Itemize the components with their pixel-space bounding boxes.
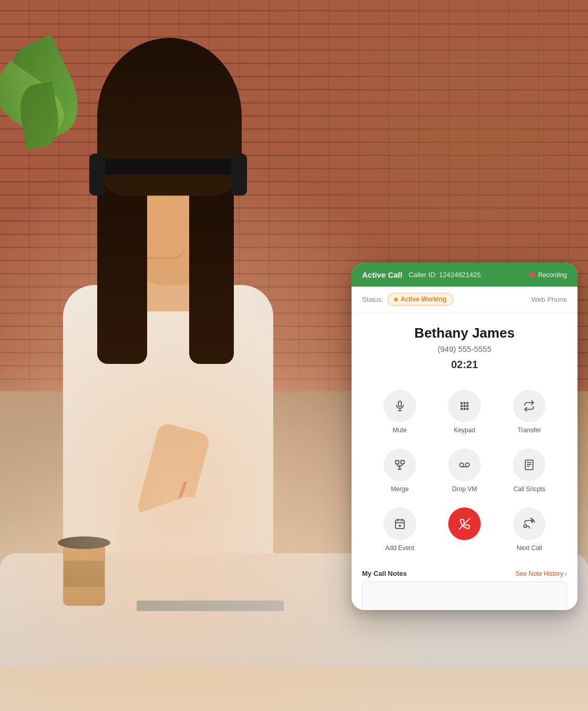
mute-icon-circle: [384, 390, 416, 422]
next-call-icon-circle: [513, 507, 545, 540]
caller-phone: (949) 555-5555: [362, 344, 567, 353]
mute-label: Mute: [393, 426, 407, 434]
call-notes-textarea[interactable]: [362, 582, 567, 610]
phone-down-icon: [459, 518, 470, 530]
recording-label: Recording: [538, 271, 567, 279]
call-scripts-button[interactable]: Call Sricpts: [497, 441, 562, 500]
svg-point-9: [461, 408, 462, 410]
svg-point-17: [466, 463, 469, 466]
svg-rect-0: [398, 401, 401, 407]
merge-button[interactable]: Merge: [367, 441, 432, 500]
laptop: [137, 601, 284, 611]
recording-badge: Recording: [530, 271, 567, 279]
drop-vm-label: Drop VM: [452, 485, 477, 493]
svg-point-6: [461, 405, 462, 407]
svg-point-11: [467, 408, 468, 410]
active-call-label: Active Call: [362, 270, 403, 279]
status-label: Status:: [362, 296, 383, 303]
coffee-cup: [58, 527, 110, 606]
drop-vm-button[interactable]: Drop VM: [432, 441, 497, 500]
drop-vm-icon-circle: [448, 449, 481, 481]
svg-point-4: [464, 402, 466, 404]
mic-icon: [394, 400, 406, 412]
status-badge-text: Active Working: [400, 296, 446, 303]
status-row: Status: Active Working Web Phone: [352, 287, 577, 312]
scripts-icon: [523, 459, 535, 471]
action-buttons-grid: Mute Keypad: [352, 377, 577, 564]
svg-point-10: [464, 408, 466, 410]
keypad-icon-circle: [448, 390, 481, 422]
notes-header: My Call Notes See Note History ›: [362, 570, 567, 577]
svg-point-3: [461, 402, 462, 404]
status-dot: [394, 298, 398, 301]
svg-point-8: [467, 405, 468, 407]
transfer-icon-circle: [513, 390, 545, 422]
merge-icon: [394, 459, 406, 471]
end-call-icon-circle: [448, 507, 481, 540]
call-timer: 02:21: [362, 359, 567, 371]
next-call-icon: [523, 518, 535, 530]
web-phone-link[interactable]: Web Phone: [531, 296, 567, 303]
svg-point-7: [464, 405, 466, 407]
transfer-label: Transfer: [518, 426, 541, 434]
voicemail-icon: [459, 459, 470, 471]
keypad-button[interactable]: Keypad: [432, 382, 497, 441]
see-note-history-link[interactable]: See Note History ›: [515, 570, 567, 577]
add-event-label: Add Event: [385, 544, 414, 552]
svg-rect-13: [400, 461, 404, 464]
mute-button[interactable]: Mute: [367, 382, 432, 441]
transfer-button[interactable]: Transfer: [497, 382, 562, 441]
caller-id-label: Caller ID: 12424821425: [409, 271, 524, 279]
caller-name: Bethany James: [362, 325, 567, 341]
notes-title: My Call Notes: [362, 570, 407, 577]
keypad-label: Keypad: [454, 426, 476, 434]
grid-icon: [459, 400, 470, 412]
phone-panel: Active Call Caller ID: 12424821425 Recor…: [352, 263, 577, 610]
calendar-icon: [394, 518, 406, 530]
recording-dot: [530, 272, 535, 278]
transfer-icon: [523, 400, 535, 412]
svg-point-5: [467, 402, 468, 404]
merge-icon-circle: [384, 449, 416, 481]
call-scripts-icon-circle: [513, 449, 545, 481]
add-event-icon-circle: [384, 507, 416, 540]
next-call-label: Next Call: [517, 544, 542, 552]
notes-section: My Call Notes See Note History ›: [352, 564, 577, 610]
svg-rect-12: [395, 461, 398, 464]
add-event-button[interactable]: Add Event: [367, 500, 432, 559]
caller-info: Bethany James (949) 555-5555 02:21: [352, 312, 577, 377]
next-call-button[interactable]: Next Call: [497, 500, 562, 559]
panel-header: Active Call Caller ID: 12424821425 Recor…: [352, 263, 577, 287]
svg-point-16: [460, 463, 463, 466]
end-call-button[interactable]: [432, 500, 497, 559]
call-scripts-label: Call Sricpts: [513, 485, 545, 493]
merge-label: Merge: [391, 485, 409, 493]
status-badge[interactable]: Active Working: [387, 293, 453, 306]
